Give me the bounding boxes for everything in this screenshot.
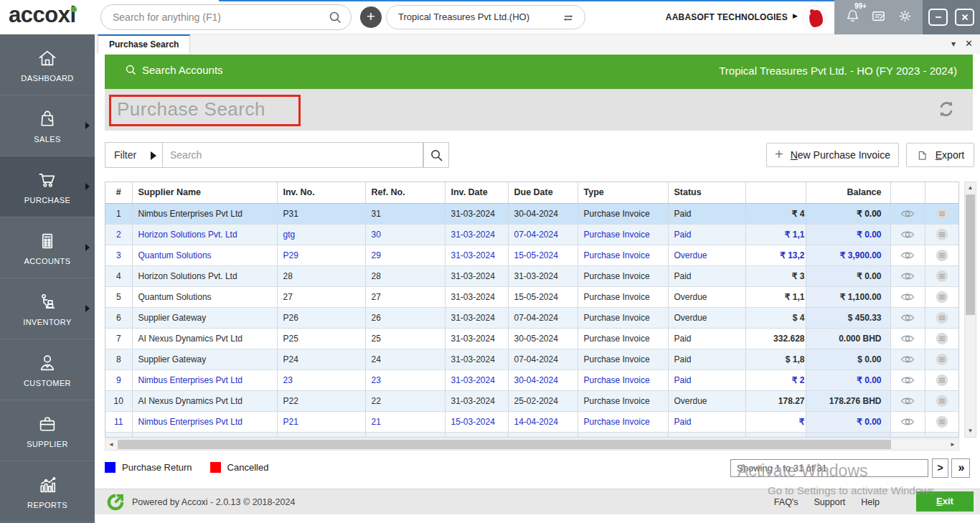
table-row[interactable]: 9 Nimbus Enterprises Pvt Ltd 23 23 31-03… bbox=[105, 369, 958, 390]
view-icon[interactable] bbox=[900, 395, 915, 405]
view-icon[interactable] bbox=[900, 437, 915, 438]
sidebar-item-dashboard[interactable]: DASHBOARD bbox=[0, 34, 95, 95]
submenu-arrow-icon bbox=[85, 183, 90, 190]
row-menu-icon[interactable] bbox=[936, 250, 948, 260]
message-icon[interactable] bbox=[870, 8, 887, 27]
faqs-link[interactable]: FAQ's bbox=[774, 497, 798, 507]
switch-company-icon[interactable] bbox=[560, 10, 576, 29]
pagination-last-button[interactable]: » bbox=[951, 458, 970, 478]
scroll-left-icon[interactable]: ◄ bbox=[105, 439, 117, 450]
plus-icon: + bbox=[775, 146, 783, 163]
view-icon[interactable] bbox=[900, 270, 915, 281]
view-icon[interactable] bbox=[900, 291, 915, 301]
row-menu-icon[interactable] bbox=[936, 291, 948, 301]
account-name[interactable]: AABASOFT TECHNOLOGIES bbox=[666, 12, 788, 22]
avatar[interactable] bbox=[802, 5, 826, 29]
sidebar-item-sales[interactable]: SALES bbox=[0, 95, 95, 156]
help-link[interactable]: Help bbox=[861, 497, 880, 507]
table-row[interactable]: 6 Supplier Gateway P26 26 31-03-2024 07-… bbox=[105, 307, 958, 328]
exit-button[interactable]: Exit bbox=[916, 491, 974, 512]
filter-dropdown[interactable]: Filter bbox=[105, 143, 163, 167]
row-menu-icon[interactable] bbox=[936, 395, 948, 405]
view-icon[interactable] bbox=[900, 208, 915, 218]
sidebar-item-supplier[interactable]: SUPPLIER bbox=[0, 400, 95, 461]
search-icon[interactable] bbox=[328, 10, 342, 27]
view-icon[interactable] bbox=[900, 312, 915, 322]
table-row[interactable]: 11 Nimbus Enterprises Pvt Ltd P21 21 15-… bbox=[105, 411, 958, 432]
search-submit-button[interactable] bbox=[423, 142, 449, 168]
support-link[interactable]: Support bbox=[814, 497, 846, 507]
refresh-icon[interactable] bbox=[936, 98, 957, 123]
row-menu-icon[interactable] bbox=[936, 416, 948, 426]
row-menu-icon[interactable] bbox=[936, 229, 948, 239]
footer: Powered by Accoxi - 2.0.13 © 2018-2024 F… bbox=[95, 489, 980, 514]
global-search-input[interactable] bbox=[113, 6, 321, 29]
table-row[interactable]: 12 Quantum Solutions P20 20 29-01-2024 1… bbox=[105, 432, 958, 438]
row-menu-icon[interactable] bbox=[936, 374, 948, 385]
quick-add-button[interactable]: + bbox=[360, 6, 382, 28]
row-menu-icon[interactable] bbox=[936, 312, 948, 322]
minimize-button[interactable] bbox=[928, 9, 948, 26]
legend-cancelled: Cancelled bbox=[210, 462, 269, 473]
view-icon[interactable] bbox=[900, 333, 915, 343]
table-row[interactable]: 10 AI Nexus Dynamics Pvt Ltd P22 22 31-0… bbox=[105, 390, 958, 411]
bell-icon[interactable] bbox=[844, 8, 861, 27]
export-button[interactable]: Export bbox=[906, 143, 974, 167]
pagination-next-button[interactable]: > bbox=[932, 458, 948, 478]
table-header-row: # Supplier Name Inv. No. Ref. No. Inv. D… bbox=[105, 182, 958, 203]
table-row[interactable]: 3 Quantum Solutions P29 29 31-03-2024 15… bbox=[105, 245, 958, 265]
footer-links: FAQ's Support Help bbox=[774, 489, 880, 514]
powered-by-label: Powered by Accoxi - 2.0.13 © 2018-2024 bbox=[132, 489, 295, 515]
sidebar-item-reports[interactable]: REPORTS bbox=[0, 461, 95, 522]
close-button[interactable] bbox=[955, 9, 974, 26]
row-menu-icon[interactable] bbox=[936, 333, 948, 343]
scroll-right-icon[interactable]: ► bbox=[947, 439, 958, 450]
table-row[interactable]: 2 Horizon Solutions Pvt. Ltd gtg 30 31-0… bbox=[105, 224, 958, 245]
vertical-scroll-thumb[interactable] bbox=[966, 194, 975, 315]
new-purchase-invoice-button[interactable]: + New Purchase Invoice bbox=[766, 143, 899, 167]
search-icon bbox=[125, 64, 137, 76]
global-search[interactable] bbox=[100, 4, 352, 30]
sidebar-item-purchase[interactable]: PURCHASE bbox=[0, 156, 95, 217]
row-menu-icon[interactable] bbox=[936, 354, 948, 364]
invoice-table: # Supplier Name Inv. No. Ref. No. Inv. D… bbox=[105, 182, 959, 438]
horizontal-scroll-thumb[interactable] bbox=[118, 440, 891, 449]
bag-icon bbox=[37, 108, 58, 133]
table-row[interactable]: 5 Quantum Solutions 27 27 31-03-2024 15-… bbox=[105, 286, 958, 307]
row-menu-icon[interactable] bbox=[936, 437, 948, 438]
gear-icon[interactable] bbox=[897, 8, 913, 27]
view-icon[interactable] bbox=[900, 416, 915, 426]
table-row[interactable]: 7 AI Nexus Dynamics Pvt Ltd P25 25 31-03… bbox=[105, 328, 958, 349]
scroll-up-icon[interactable]: ▲ bbox=[965, 182, 976, 194]
tab-purchase-search[interactable]: Purchase Search bbox=[98, 34, 190, 54]
app-window: accoxi + Tropical Treasures Pvt Ltd.(HO)… bbox=[0, 0, 980, 523]
row-menu-icon[interactable] bbox=[936, 208, 948, 218]
view-icon[interactable] bbox=[900, 250, 915, 260]
legend-red-swatch bbox=[210, 462, 221, 473]
search-accounts[interactable]: Search Accounts bbox=[125, 64, 223, 76]
scroll-down-icon[interactable]: ▼ bbox=[965, 425, 976, 437]
horizontal-scrollbar[interactable]: ◄ ► bbox=[105, 438, 959, 451]
notification-badge: 99+ bbox=[854, 2, 867, 10]
window-controls bbox=[923, 0, 980, 34]
sidebar-item-customer[interactable]: CUSTOMER bbox=[0, 339, 95, 400]
table-search-input[interactable] bbox=[163, 143, 423, 167]
company-selector-label: Tropical Treasures Pvt Ltd.(HO) bbox=[398, 11, 529, 22]
table-row[interactable]: 8 Supplier Gateway P24 24 31-03-2024 07-… bbox=[105, 349, 958, 369]
view-icon[interactable] bbox=[900, 229, 915, 239]
company-selector[interactable]: Tropical Treasures Pvt Ltd.(HO) bbox=[386, 5, 585, 29]
sidebar-item-accounts[interactable]: ACCOUNTS bbox=[0, 217, 95, 278]
table-row[interactable]: 1 Nimbus Enterprises Pvt Ltd P31 31 31-0… bbox=[105, 203, 958, 224]
vertical-scrollbar[interactable]: ▲ ▼ bbox=[964, 182, 976, 438]
tab-close-icon[interactable]: ✕ bbox=[965, 38, 973, 49]
view-icon[interactable] bbox=[900, 374, 915, 385]
table-row[interactable]: 4 Horizon Solutions Pvt. Ltd 28 28 31-03… bbox=[105, 265, 958, 286]
page-title: Purchase Search bbox=[117, 98, 265, 120]
view-icon[interactable] bbox=[900, 354, 915, 364]
app-logo: accoxi bbox=[9, 2, 76, 28]
sidebar-item-inventory[interactable]: INVENTORY bbox=[0, 278, 95, 339]
main-area: Purchase Search ▾ ✕ Search Accounts Trop… bbox=[95, 34, 980, 523]
row-menu-icon[interactable] bbox=[936, 270, 948, 281]
tab-dropdown-icon[interactable]: ▾ bbox=[951, 39, 956, 49]
sidebar: DASHBOARD SALES PURCHASE ACCOUNTS INVENT… bbox=[0, 34, 95, 523]
